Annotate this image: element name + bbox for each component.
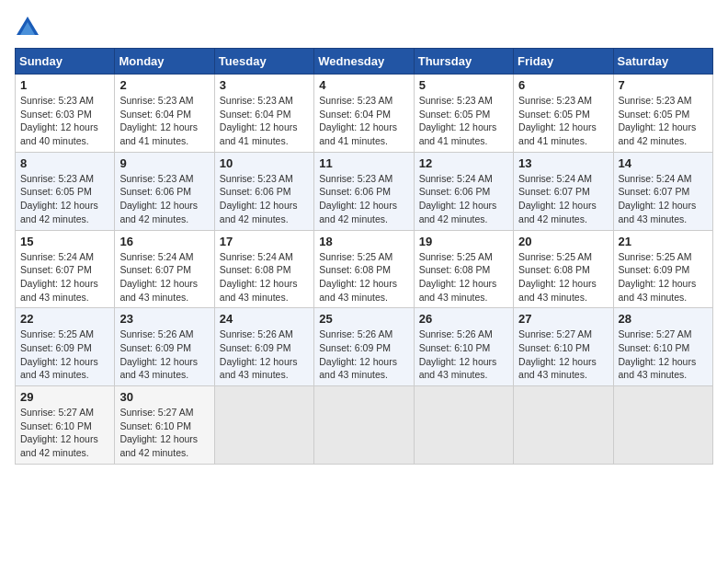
logo-icon xyxy=(15,15,40,40)
header-sunday: Sunday xyxy=(16,49,115,75)
cell-week3-day3: 18 Sunrise: 5:25 AM Sunset: 6:08 PM Dayl… xyxy=(314,230,414,308)
day-number: 23 xyxy=(119,312,209,326)
day-number: 4 xyxy=(319,78,408,92)
week-row-3: 15 Sunrise: 5:24 AM Sunset: 6:07 PM Dayl… xyxy=(16,230,713,308)
header-saturday: Saturday xyxy=(613,49,712,75)
day-info: Sunrise: 5:24 AM Sunset: 6:07 PM Dayligh… xyxy=(20,251,98,303)
week-row-2: 8 Sunrise: 5:23 AM Sunset: 6:05 PM Dayli… xyxy=(16,152,713,230)
calendar: SundayMondayTuesdayWednesdayThursdayFrid… xyxy=(15,48,713,465)
cell-week4-day6: 28 Sunrise: 5:27 AM Sunset: 6:10 PM Dayl… xyxy=(613,308,712,386)
day-number: 17 xyxy=(220,235,309,248)
day-info: Sunrise: 5:23 AM Sunset: 6:06 PM Dayligh… xyxy=(119,173,198,224)
day-info: Sunrise: 5:26 AM Sunset: 6:09 PM Dayligh… xyxy=(119,328,198,380)
day-number: 15 xyxy=(20,235,109,248)
day-number: 13 xyxy=(518,156,608,170)
cell-week1-day4: 5 Sunrise: 5:23 AM Sunset: 6:05 PM Dayli… xyxy=(414,75,513,153)
cell-week2-day3: 11 Sunrise: 5:23 AM Sunset: 6:06 PM Dayl… xyxy=(314,152,414,230)
cell-week3-day6: 21 Sunrise: 5:25 AM Sunset: 6:09 PM Dayl… xyxy=(613,230,712,308)
day-info: Sunrise: 5:24 AM Sunset: 6:08 PM Dayligh… xyxy=(220,251,298,303)
day-info: Sunrise: 5:23 AM Sunset: 6:06 PM Dayligh… xyxy=(220,173,298,224)
cell-week3-day0: 15 Sunrise: 5:24 AM Sunset: 6:07 PM Dayl… xyxy=(16,230,115,308)
day-number: 14 xyxy=(619,156,708,170)
day-number: 30 xyxy=(119,390,209,404)
day-info: Sunrise: 5:23 AM Sunset: 6:06 PM Dayligh… xyxy=(319,173,397,224)
day-number: 19 xyxy=(419,235,508,248)
day-info: Sunrise: 5:25 AM Sunset: 6:09 PM Dayligh… xyxy=(20,328,98,380)
cell-week2-day1: 9 Sunrise: 5:23 AM Sunset: 6:06 PM Dayli… xyxy=(115,152,214,230)
cell-week4-day4: 26 Sunrise: 5:26 AM Sunset: 6:10 PM Dayl… xyxy=(414,308,513,386)
day-info: Sunrise: 5:24 AM Sunset: 6:07 PM Dayligh… xyxy=(518,173,597,224)
day-number: 28 xyxy=(619,312,708,326)
day-info: Sunrise: 5:26 AM Sunset: 6:09 PM Dayligh… xyxy=(319,328,397,380)
day-info: Sunrise: 5:24 AM Sunset: 6:06 PM Dayligh… xyxy=(419,173,497,224)
header xyxy=(15,15,713,40)
cell-week4-day3: 25 Sunrise: 5:26 AM Sunset: 6:09 PM Dayl… xyxy=(314,308,414,386)
cell-week5-day1: 30 Sunrise: 5:27 AM Sunset: 6:10 PM Dayl… xyxy=(115,386,214,465)
cell-week4-day1: 23 Sunrise: 5:26 AM Sunset: 6:09 PM Dayl… xyxy=(115,308,214,386)
cell-week2-day6: 14 Sunrise: 5:24 AM Sunset: 6:07 PM Dayl… xyxy=(613,152,712,230)
day-info: Sunrise: 5:27 AM Sunset: 6:10 PM Dayligh… xyxy=(518,328,597,380)
day-number: 29 xyxy=(20,390,109,404)
day-info: Sunrise: 5:27 AM Sunset: 6:10 PM Dayligh… xyxy=(119,407,198,458)
week-row-5: 29 Sunrise: 5:27 AM Sunset: 6:10 PM Dayl… xyxy=(16,386,713,465)
cell-week1-day1: 2 Sunrise: 5:23 AM Sunset: 6:04 PM Dayli… xyxy=(115,75,214,153)
day-number: 2 xyxy=(119,78,209,92)
cell-week4-day5: 27 Sunrise: 5:27 AM Sunset: 6:10 PM Dayl… xyxy=(514,308,613,386)
day-info: Sunrise: 5:25 AM Sunset: 6:09 PM Dayligh… xyxy=(619,251,697,303)
day-number: 25 xyxy=(319,312,408,326)
day-info: Sunrise: 5:23 AM Sunset: 6:05 PM Dayligh… xyxy=(419,95,497,146)
day-info: Sunrise: 5:23 AM Sunset: 6:03 PM Dayligh… xyxy=(20,95,98,146)
header-monday: Monday xyxy=(115,49,214,75)
day-info: Sunrise: 5:24 AM Sunset: 6:07 PM Dayligh… xyxy=(619,173,697,224)
day-info: Sunrise: 5:23 AM Sunset: 6:04 PM Dayligh… xyxy=(119,95,198,146)
day-number: 10 xyxy=(220,156,309,170)
logo xyxy=(15,15,44,40)
day-info: Sunrise: 5:25 AM Sunset: 6:08 PM Dayligh… xyxy=(319,251,397,303)
day-number: 7 xyxy=(619,78,708,92)
cell-week5-day0: 29 Sunrise: 5:27 AM Sunset: 6:10 PM Dayl… xyxy=(16,386,115,465)
day-number: 11 xyxy=(319,156,408,170)
day-number: 8 xyxy=(20,156,109,170)
cell-week3-day1: 16 Sunrise: 5:24 AM Sunset: 6:07 PM Dayl… xyxy=(115,230,214,308)
day-number: 16 xyxy=(119,235,209,248)
cell-week2-day5: 13 Sunrise: 5:24 AM Sunset: 6:07 PM Dayl… xyxy=(514,152,613,230)
header-wednesday: Wednesday xyxy=(314,49,414,75)
weekday-header-row: SundayMondayTuesdayWednesdayThursdayFrid… xyxy=(16,49,713,75)
day-info: Sunrise: 5:26 AM Sunset: 6:10 PM Dayligh… xyxy=(419,328,497,380)
day-number: 12 xyxy=(419,156,508,170)
day-info: Sunrise: 5:23 AM Sunset: 6:04 PM Dayligh… xyxy=(220,95,298,146)
day-info: Sunrise: 5:23 AM Sunset: 6:05 PM Dayligh… xyxy=(518,95,597,146)
day-number: 5 xyxy=(419,78,508,92)
day-number: 24 xyxy=(220,312,309,326)
cell-week5-day2 xyxy=(214,386,313,465)
cell-week5-day6 xyxy=(613,386,712,465)
day-number: 1 xyxy=(20,78,109,92)
cell-week1-day0: 1 Sunrise: 5:23 AM Sunset: 6:03 PM Dayli… xyxy=(16,75,115,153)
cell-week3-day5: 20 Sunrise: 5:25 AM Sunset: 6:08 PM Dayl… xyxy=(514,230,613,308)
day-number: 21 xyxy=(619,235,708,248)
cell-week1-day5: 6 Sunrise: 5:23 AM Sunset: 6:05 PM Dayli… xyxy=(514,75,613,153)
day-number: 6 xyxy=(518,78,608,92)
day-info: Sunrise: 5:23 AM Sunset: 6:05 PM Dayligh… xyxy=(20,173,98,224)
day-number: 22 xyxy=(20,312,109,326)
day-info: Sunrise: 5:25 AM Sunset: 6:08 PM Dayligh… xyxy=(419,251,497,303)
day-number: 26 xyxy=(419,312,508,326)
week-row-1: 1 Sunrise: 5:23 AM Sunset: 6:03 PM Dayli… xyxy=(16,75,713,153)
cell-week1-day2: 3 Sunrise: 5:23 AM Sunset: 6:04 PM Dayli… xyxy=(214,75,313,153)
day-number: 9 xyxy=(119,156,209,170)
header-thursday: Thursday xyxy=(414,49,513,75)
day-number: 3 xyxy=(220,78,309,92)
day-info: Sunrise: 5:27 AM Sunset: 6:10 PM Dayligh… xyxy=(20,407,98,458)
day-info: Sunrise: 5:27 AM Sunset: 6:10 PM Dayligh… xyxy=(619,328,697,380)
day-info: Sunrise: 5:25 AM Sunset: 6:08 PM Dayligh… xyxy=(518,251,597,303)
cell-week1-day3: 4 Sunrise: 5:23 AM Sunset: 6:04 PM Dayli… xyxy=(314,75,414,153)
cell-week3-day4: 19 Sunrise: 5:25 AM Sunset: 6:08 PM Dayl… xyxy=(414,230,513,308)
day-info: Sunrise: 5:23 AM Sunset: 6:04 PM Dayligh… xyxy=(319,95,397,146)
week-row-4: 22 Sunrise: 5:25 AM Sunset: 6:09 PM Dayl… xyxy=(16,308,713,386)
cell-week5-day5 xyxy=(514,386,613,465)
day-info: Sunrise: 5:23 AM Sunset: 6:05 PM Dayligh… xyxy=(619,95,697,146)
day-info: Sunrise: 5:26 AM Sunset: 6:09 PM Dayligh… xyxy=(220,328,298,380)
cell-week1-day6: 7 Sunrise: 5:23 AM Sunset: 6:05 PM Dayli… xyxy=(613,75,712,153)
header-friday: Friday xyxy=(514,49,613,75)
cell-week2-day2: 10 Sunrise: 5:23 AM Sunset: 6:06 PM Dayl… xyxy=(214,152,313,230)
